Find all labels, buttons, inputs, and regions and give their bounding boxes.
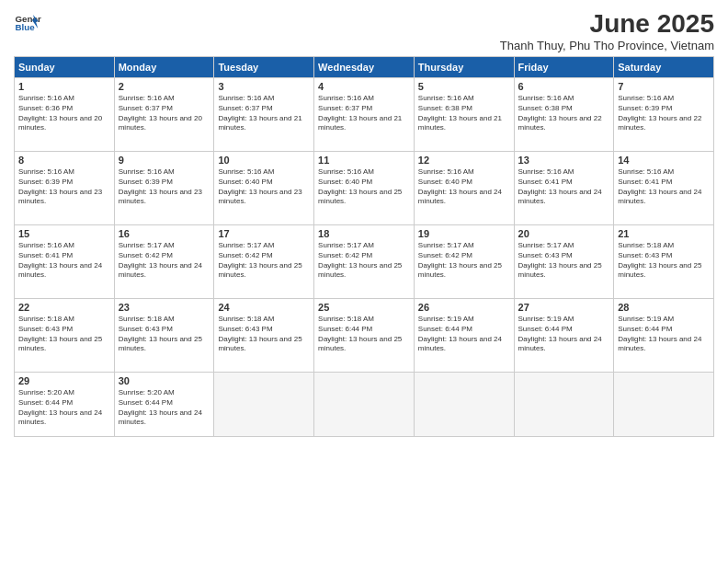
day-number: 23	[119, 302, 210, 313]
day-number: 1	[18, 81, 110, 92]
table-row: 6Sunrise: 5:16 AMSunset: 6:38 PMDaylight…	[514, 78, 614, 152]
table-row: 5Sunrise: 5:16 AMSunset: 6:38 PMDaylight…	[414, 78, 514, 152]
day-number: 8	[18, 155, 110, 166]
col-friday: Friday	[514, 57, 614, 78]
calendar-week-row: 29Sunrise: 5:20 AMSunset: 6:44 PMDayligh…	[15, 373, 714, 437]
day-info: Sunrise: 5:16 AMSunset: 6:39 PMDaylight:…	[18, 167, 110, 207]
table-row: 7Sunrise: 5:16 AMSunset: 6:39 PMDaylight…	[614, 78, 714, 152]
table-row: 30Sunrise: 5:20 AMSunset: 6:44 PMDayligh…	[114, 373, 214, 437]
day-number: 28	[618, 302, 710, 313]
day-number: 5	[418, 81, 510, 92]
day-info: Sunrise: 5:17 AMSunset: 6:42 PMDaylight:…	[218, 241, 310, 281]
day-info: Sunrise: 5:16 AMSunset: 6:40 PMDaylight:…	[318, 167, 410, 207]
table-row: 18Sunrise: 5:17 AMSunset: 6:42 PMDayligh…	[314, 225, 415, 299]
day-number: 12	[418, 155, 510, 166]
day-info: Sunrise: 5:16 AMSunset: 6:40 PMDaylight:…	[218, 167, 310, 207]
calendar-week-row: 8Sunrise: 5:16 AMSunset: 6:39 PMDaylight…	[15, 152, 714, 225]
day-info: Sunrise: 5:16 AMSunset: 6:41 PMDaylight:…	[518, 167, 610, 207]
day-info: Sunrise: 5:16 AMSunset: 6:37 PMDaylight:…	[218, 94, 310, 133]
day-info: Sunrise: 5:16 AMSunset: 6:37 PMDaylight:…	[318, 94, 410, 133]
table-row: 13Sunrise: 5:16 AMSunset: 6:41 PMDayligh…	[514, 152, 614, 225]
day-number: 26	[418, 302, 510, 313]
table-row: 12Sunrise: 5:16 AMSunset: 6:40 PMDayligh…	[414, 152, 514, 225]
table-row	[414, 373, 514, 437]
day-info: Sunrise: 5:19 AMSunset: 6:44 PMDaylight:…	[418, 315, 510, 354]
calendar-header-row: Sunday Monday Tuesday Wednesday Thursday…	[15, 57, 714, 78]
svg-text:Blue: Blue	[16, 22, 36, 32]
subtitle: Thanh Thuy, Phu Tho Province, Vietnam	[500, 39, 714, 52]
table-row: 27Sunrise: 5:19 AMSunset: 6:44 PMDayligh…	[514, 299, 614, 373]
main-title: June 2025	[500, 9, 714, 39]
table-row: 29Sunrise: 5:20 AMSunset: 6:44 PMDayligh…	[15, 373, 115, 437]
day-number: 15	[18, 228, 110, 239]
table-row: 14Sunrise: 5:16 AMSunset: 6:41 PMDayligh…	[614, 152, 714, 225]
table-row: 9Sunrise: 5:16 AMSunset: 6:39 PMDaylight…	[114, 152, 214, 225]
day-info: Sunrise: 5:16 AMSunset: 6:41 PMDaylight:…	[18, 241, 110, 281]
day-info: Sunrise: 5:16 AMSunset: 6:37 PMDaylight:…	[119, 94, 210, 133]
table-row: 11Sunrise: 5:16 AMSunset: 6:40 PMDayligh…	[314, 152, 415, 225]
table-row: 2Sunrise: 5:16 AMSunset: 6:37 PMDaylight…	[114, 78, 214, 152]
day-number: 6	[518, 81, 610, 92]
table-row: 1Sunrise: 5:16 AMSunset: 6:36 PMDaylight…	[15, 78, 115, 152]
col-wednesday: Wednesday	[314, 57, 415, 78]
day-number: 9	[119, 155, 210, 166]
table-row	[514, 373, 614, 437]
day-number: 10	[218, 155, 310, 166]
day-number: 4	[318, 81, 410, 92]
day-number: 30	[119, 375, 210, 386]
table-row: 3Sunrise: 5:16 AMSunset: 6:37 PMDaylight…	[214, 78, 314, 152]
day-number: 7	[618, 81, 710, 92]
day-number: 14	[618, 155, 710, 166]
day-info: Sunrise: 5:20 AMSunset: 6:44 PMDaylight:…	[18, 388, 110, 428]
table-row: 28Sunrise: 5:19 AMSunset: 6:44 PMDayligh…	[614, 299, 714, 373]
day-number: 17	[218, 228, 310, 239]
table-row: 22Sunrise: 5:18 AMSunset: 6:43 PMDayligh…	[15, 299, 115, 373]
day-number: 11	[318, 155, 410, 166]
table-row: 4Sunrise: 5:16 AMSunset: 6:37 PMDaylight…	[314, 78, 415, 152]
day-info: Sunrise: 5:20 AMSunset: 6:44 PMDaylight:…	[119, 388, 210, 428]
col-thursday: Thursday	[414, 57, 514, 78]
table-row: 21Sunrise: 5:18 AMSunset: 6:43 PMDayligh…	[614, 225, 714, 299]
table-row: 23Sunrise: 5:18 AMSunset: 6:43 PMDayligh…	[114, 299, 214, 373]
table-row: 16Sunrise: 5:17 AMSunset: 6:42 PMDayligh…	[114, 225, 214, 299]
calendar-week-row: 1Sunrise: 5:16 AMSunset: 6:36 PMDaylight…	[15, 78, 714, 152]
day-info: Sunrise: 5:18 AMSunset: 6:43 PMDaylight:…	[218, 315, 310, 354]
table-row: 25Sunrise: 5:18 AMSunset: 6:44 PMDayligh…	[314, 299, 415, 373]
day-info: Sunrise: 5:17 AMSunset: 6:42 PMDaylight:…	[119, 241, 210, 281]
title-block: June 2025 Thanh Thuy, Phu Tho Province, …	[500, 9, 714, 52]
day-info: Sunrise: 5:18 AMSunset: 6:43 PMDaylight:…	[18, 315, 110, 354]
table-row	[214, 373, 314, 437]
day-number: 18	[318, 228, 410, 239]
day-number: 22	[18, 302, 110, 313]
day-info: Sunrise: 5:18 AMSunset: 6:43 PMDaylight:…	[119, 315, 210, 354]
col-saturday: Saturday	[614, 57, 714, 78]
day-info: Sunrise: 5:17 AMSunset: 6:42 PMDaylight:…	[418, 241, 510, 281]
day-number: 29	[18, 375, 110, 386]
col-sunday: Sunday	[15, 57, 115, 78]
day-number: 19	[418, 228, 510, 239]
day-number: 25	[318, 302, 410, 313]
day-number: 27	[518, 302, 610, 313]
table-row: 20Sunrise: 5:17 AMSunset: 6:43 PMDayligh…	[514, 225, 614, 299]
col-tuesday: Tuesday	[214, 57, 314, 78]
table-row	[314, 373, 415, 437]
header: General Blue June 2025 Thanh Thuy, Phu T…	[14, 9, 714, 52]
table-row: 10Sunrise: 5:16 AMSunset: 6:40 PMDayligh…	[214, 152, 314, 225]
day-info: Sunrise: 5:16 AMSunset: 6:38 PMDaylight:…	[518, 94, 610, 133]
table-row: 24Sunrise: 5:18 AMSunset: 6:43 PMDayligh…	[214, 299, 314, 373]
calendar-week-row: 22Sunrise: 5:18 AMSunset: 6:43 PMDayligh…	[15, 299, 714, 373]
day-info: Sunrise: 5:17 AMSunset: 6:43 PMDaylight:…	[518, 241, 610, 281]
table-row: 26Sunrise: 5:19 AMSunset: 6:44 PMDayligh…	[414, 299, 514, 373]
day-info: Sunrise: 5:16 AMSunset: 6:39 PMDaylight:…	[618, 94, 710, 133]
col-monday: Monday	[114, 57, 214, 78]
day-number: 16	[119, 228, 210, 239]
table-row: 15Sunrise: 5:16 AMSunset: 6:41 PMDayligh…	[15, 225, 115, 299]
day-info: Sunrise: 5:19 AMSunset: 6:44 PMDaylight:…	[618, 315, 710, 354]
day-info: Sunrise: 5:16 AMSunset: 6:41 PMDaylight:…	[618, 167, 710, 207]
logo: General Blue	[14, 9, 41, 37]
day-info: Sunrise: 5:19 AMSunset: 6:44 PMDaylight:…	[518, 315, 610, 354]
table-row: 17Sunrise: 5:17 AMSunset: 6:42 PMDayligh…	[214, 225, 314, 299]
day-info: Sunrise: 5:16 AMSunset: 6:39 PMDaylight:…	[119, 167, 210, 207]
table-row: 19Sunrise: 5:17 AMSunset: 6:42 PMDayligh…	[414, 225, 514, 299]
day-number: 13	[518, 155, 610, 166]
